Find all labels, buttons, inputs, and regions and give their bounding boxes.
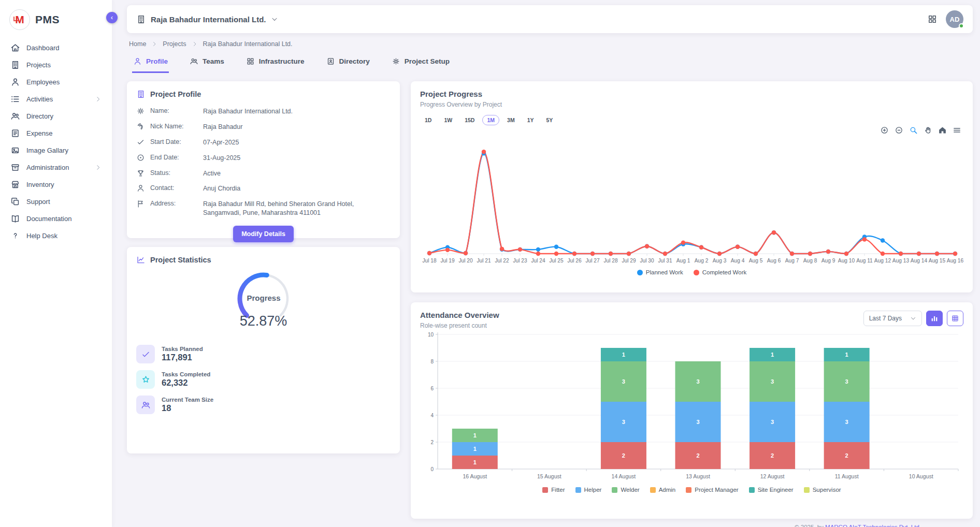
zoom-in-icon[interactable]: [880, 126, 889, 135]
breadcrumb-home[interactable]: Home: [129, 40, 146, 48]
sidebar-item-administration[interactable]: Administration: [9, 159, 103, 176]
sidebar-item-inventory[interactable]: Inventory: [9, 176, 103, 193]
avatar-initials: AD: [950, 16, 960, 23]
avatar[interactable]: AD: [946, 10, 963, 28]
legend-item-supervisor[interactable]: Supervisor: [804, 487, 841, 493]
sidebar-item-directory[interactable]: Directory: [9, 108, 103, 125]
svg-text:Jul 21: Jul 21: [477, 258, 491, 264]
table-view-toggle[interactable]: [947, 311, 963, 326]
breadcrumb-projects[interactable]: Projects: [163, 40, 186, 48]
tab-label: Profile: [146, 57, 168, 65]
sidebar-item-projects[interactable]: Projects: [9, 56, 103, 74]
tab-infrastructure[interactable]: Infrastructure: [245, 54, 306, 73]
menu-icon[interactable]: [953, 126, 961, 135]
legend-item-admin[interactable]: Admin: [650, 487, 676, 493]
legend-item-helper[interactable]: Helper: [575, 487, 602, 493]
sidebar-item-support[interactable]: Support: [9, 193, 103, 210]
user-icon: [133, 57, 142, 66]
progress-line-chart[interactable]: Jul 18Jul 19Jul 20Jul 21Jul 22Jul 23Jul …: [420, 137, 963, 267]
svg-text:Jul 18: Jul 18: [422, 258, 437, 264]
reset-home-icon[interactable]: [938, 126, 947, 135]
chevron-right-icon: [192, 41, 198, 47]
fingerprint-icon: [136, 122, 145, 131]
sidebar-item-help-desk[interactable]: Help Desk: [9, 227, 103, 244]
brand-logo[interactable]: M PMS: [9, 7, 103, 39]
range-3m[interactable]: 3M: [502, 115, 520, 125]
stat-value: 62,332: [162, 378, 210, 388]
svg-text:11 August: 11 August: [835, 473, 859, 479]
range-1y[interactable]: 1Y: [523, 115, 539, 125]
svg-text:Jul 20: Jul 20: [458, 258, 473, 264]
progress-card-subtitle: Progress Overview by Project: [420, 101, 963, 108]
sidebar-item-label: Directory: [26, 112, 102, 120]
range-1d[interactable]: 1D: [420, 115, 436, 125]
range-15d[interactable]: 15D: [460, 115, 479, 125]
sidebar-item-documentation[interactable]: Documentation: [9, 210, 103, 227]
range-5y[interactable]: 5Y: [541, 115, 557, 125]
company-selector[interactable]: Raja Bahadur International Ltd.: [136, 14, 278, 24]
legend-swatch: [749, 487, 755, 493]
svg-text:2: 2: [771, 452, 774, 459]
footer-company-link[interactable]: MARCO AIoT Technologies Pvt. Ltd.: [825, 524, 921, 527]
book-icon: [10, 214, 20, 224]
profile-card-title: Project Profile: [150, 90, 201, 98]
sidebar-item-label: Documentation: [26, 215, 102, 223]
sidebar-item-employees[interactable]: Employees: [9, 74, 103, 91]
stat-icon-box: [136, 396, 155, 414]
tab-directory[interactable]: Directory: [325, 54, 371, 73]
legend-item-site-engineer[interactable]: Site Engineer: [749, 487, 794, 493]
svg-text:Jul 29: Jul 29: [622, 258, 636, 264]
legend-item-welder[interactable]: Welder: [612, 487, 639, 493]
chevron-down-icon: [271, 16, 278, 23]
stat-value: 18: [162, 403, 213, 413]
tab-teams[interactable]: Teams: [189, 54, 225, 73]
legend-label: Completed Work: [702, 269, 746, 275]
legend-swatch: [686, 487, 691, 493]
svg-text:3: 3: [696, 378, 699, 385]
help-icon: [10, 231, 20, 241]
main-content: Raja Bahadur International Ltd. AD Home …: [112, 0, 980, 527]
legend-swatch: [804, 487, 810, 493]
brand-name: PMS: [35, 13, 60, 26]
tab-profile[interactable]: Profile: [132, 54, 169, 73]
svg-text:Aug 9: Aug 9: [822, 258, 835, 264]
zoom-out-icon[interactable]: [895, 126, 903, 135]
stat-tasks-completed: Tasks Completed62,332: [136, 370, 391, 389]
sidebar-collapse-button[interactable]: ‹: [106, 12, 118, 23]
date-range-select[interactable]: Last 7 Days: [863, 311, 922, 326]
chevron-right-icon: [95, 96, 102, 103]
svg-text:Aug 1: Aug 1: [676, 258, 690, 264]
svg-text:Jul 23: Jul 23: [513, 258, 527, 264]
sidebar-item-expense[interactable]: Expense: [9, 125, 103, 142]
svg-text:Aug 3: Aug 3: [713, 258, 727, 264]
svg-text:1: 1: [771, 352, 774, 358]
sidebar-item-activities[interactable]: Activities: [9, 91, 103, 108]
svg-text:Jul 22: Jul 22: [495, 258, 509, 264]
sidebar-item-dashboard[interactable]: Dashboard: [9, 39, 103, 56]
tab-project-setup[interactable]: Project Setup: [391, 54, 451, 73]
users-icon: [190, 57, 198, 66]
zoom-select-icon[interactable]: [909, 126, 918, 135]
attendance-bar-chart[interactable]: 024681016 August11115 August14 August233…: [420, 329, 963, 485]
bar-view-toggle[interactable]: [926, 311, 943, 326]
stat-label: Tasks Completed: [162, 371, 210, 377]
building-icon: [136, 90, 146, 99]
legend-label: Project Manager: [695, 487, 738, 493]
modify-details-button[interactable]: Modify Details: [233, 226, 294, 242]
profile-card-header: Project Profile: [136, 90, 391, 99]
field-value: 31-Aug-2025: [203, 154, 391, 163]
legend-item-completed-work[interactable]: Completed Work: [694, 269, 746, 275]
gauge-arc: Progress: [220, 269, 308, 320]
attendance-card-subtitle: Role-wise present count: [420, 322, 499, 329]
pan-hand-icon[interactable]: [924, 126, 932, 135]
legend-item-planned-work[interactable]: Planned Work: [637, 269, 683, 275]
legend-item-project-manager[interactable]: Project Manager: [686, 487, 738, 493]
user-icon: [10, 77, 20, 87]
range-1m[interactable]: 1M: [482, 115, 499, 125]
range-1w[interactable]: 1W: [439, 115, 457, 125]
sidebar-item-image-gallary[interactable]: Image Gallary: [9, 142, 103, 159]
profile-fields: Name:Raja Bahadur International Ltd.Nick…: [136, 107, 391, 217]
apps-grid-icon[interactable]: [927, 14, 938, 24]
chevron-right-icon: [151, 41, 157, 47]
legend-item-fitter[interactable]: Fitter: [542, 487, 565, 493]
